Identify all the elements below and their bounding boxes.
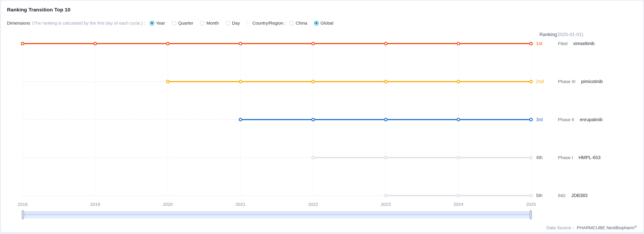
rank-phase-label: IND [558, 193, 566, 198]
radio-year-label: Year [156, 20, 165, 26]
dimensions-note: (The ranking is calculated by the first … [32, 20, 143, 26]
rank-position-label: 5th [536, 193, 558, 198]
ranking-header-text: Ranking [540, 32, 557, 37]
data-source-value: PHARMCUBE NextBiopharm [577, 225, 634, 230]
radio-quarter-icon[interactable] [172, 21, 176, 26]
slider-left-handle-bar [23, 210, 23, 220]
ranking-panel-header: Ranking(2025-01-01) [540, 32, 583, 37]
x-tick-2018: 2018 [18, 202, 28, 207]
rank-phase-label: Phase II [558, 117, 574, 122]
registered-trademark-icon: ® [634, 225, 637, 228]
dimensions-label: Dimensions [7, 20, 30, 26]
data-source-label: Data Source： [546, 225, 576, 230]
radio-quarter-label: Quarter [178, 20, 193, 26]
rank-row-5th: 5th IND JDB383 [536, 193, 588, 198]
radio-china-label: China [296, 20, 307, 26]
radio-day-icon[interactable] [226, 21, 230, 26]
radio-option-day[interactable]: Day [226, 20, 240, 26]
rank-row-1st: 1st Filed vimseltinib [536, 41, 595, 46]
rank-drug-name: JDB383 [571, 193, 588, 198]
radio-option-month[interactable]: Month [200, 20, 219, 26]
radio-global-label: Global [320, 20, 334, 26]
ranking-header-date: (2025-01-01) [556, 32, 583, 37]
rank-row-3rd: 3rd Phase II enrupatinib [536, 117, 602, 122]
rank-phase-label: Phase I [558, 155, 573, 160]
radio-year-icon[interactable] [150, 21, 154, 26]
radio-global-icon[interactable] [314, 21, 319, 26]
x-tick-2019: 2019 [90, 202, 100, 207]
rank-position-label: 4th [536, 155, 558, 160]
x-tick-2023: 2023 [381, 202, 391, 207]
rank-drug-name: vimseltinib [573, 41, 595, 46]
toolbar-divider [247, 20, 247, 26]
radio-month-icon[interactable] [200, 21, 204, 26]
slider-right-handle-bar [530, 210, 531, 220]
timeline-zoom-slider[interactable] [22, 212, 531, 218]
radio-month-label: Month [206, 20, 219, 26]
radio-option-quarter[interactable]: Quarter [172, 20, 193, 26]
ranking-transition-card: Ranking Transition Top 10 Dimensions (Th… [0, 0, 644, 232]
region-label: Country/Region : [252, 20, 286, 26]
rank-position-label: 3rd [536, 117, 558, 122]
rank-phase-label: Phase III [558, 79, 575, 84]
radio-china-icon[interactable] [289, 21, 294, 26]
rank-position-label: 2nd [536, 79, 558, 84]
x-tick-2021: 2021 [236, 202, 246, 207]
x-tick-2022: 2022 [308, 202, 318, 207]
rank-drug-name: enrupatinib [580, 117, 602, 122]
rank-position-label: 1st [536, 41, 558, 46]
dimensions-toolbar: Dimensions (The ranking is calculated by… [7, 19, 340, 27]
dimensions-colon: : [144, 20, 146, 26]
radio-option-china[interactable]: China [289, 20, 307, 26]
rank-drug-name: HMPL-653 [578, 155, 600, 160]
rank-row-4th: 4th Phase I HMPL-653 [536, 155, 600, 160]
x-tick-2025: 2025 [526, 202, 536, 207]
radio-option-year[interactable]: Year [150, 20, 165, 26]
data-source-footer: Data Source：PHARMCUBE NextBiopharm® [546, 225, 637, 231]
x-tick-2024: 2024 [454, 202, 464, 207]
slider-right-handle[interactable] [530, 210, 532, 219]
slider-left-handle[interactable] [22, 210, 24, 219]
rank-drug-name: pimicotinib [581, 79, 603, 84]
rank-phase-label: Filed [558, 41, 568, 46]
rank-row-2nd: 2nd Phase III pimicotinib [536, 79, 603, 84]
radio-day-label: Day [232, 20, 240, 26]
page-title: Ranking Transition Top 10 [7, 7, 70, 12]
x-tick-2020: 2020 [163, 202, 173, 207]
radio-option-global[interactable]: Global [314, 20, 334, 26]
